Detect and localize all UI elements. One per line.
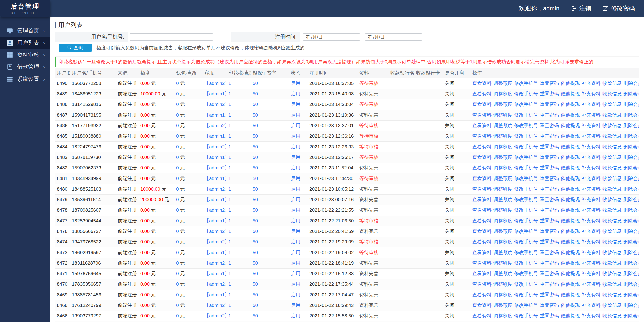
action-link[interactable]: 补充资料 (582, 303, 601, 308)
cell-service[interactable]: 【admin2】 (202, 184, 226, 194)
cell-status[interactable]: 启用 (289, 290, 307, 300)
cell-status[interactable]: 启用 (289, 279, 307, 290)
cell-service[interactable]: 【admin1】 (202, 173, 226, 184)
cell-stamp-tax[interactable]: 1 (226, 279, 251, 290)
action-link[interactable]: 收款信息 (602, 186, 622, 192)
action-link[interactable]: 收款信息 (602, 292, 622, 297)
cell-status[interactable]: 启用 (289, 110, 307, 120)
action-link[interactable]: 收款信息 (602, 303, 622, 308)
action-link[interactable]: 补充资料 (582, 197, 601, 202)
cell-wallet[interactable]: 0 元 (174, 216, 202, 226)
cell-wallet[interactable]: 0 元 (174, 131, 202, 141)
action-link[interactable]: 查看资料 (472, 186, 492, 192)
action-link[interactable]: 补充资料 (582, 250, 601, 255)
action-link[interactable]: 删除会员 (623, 239, 639, 244)
cell-service[interactable]: 【admin2】 (202, 258, 226, 268)
action-link[interactable]: 重置密码 (540, 155, 559, 160)
action-link[interactable]: 重置密码 (540, 102, 559, 107)
action-link[interactable]: 重置密码 (540, 81, 559, 86)
action-link[interactable]: 补充资料 (582, 144, 601, 149)
cell-rate[interactable]: 50 (251, 99, 289, 110)
action-link[interactable]: 删除会员 (623, 250, 639, 255)
cell-rate[interactable]: 50 (251, 311, 289, 321)
action-link[interactable]: 重置密码 (540, 229, 559, 234)
sidebar-item-review[interactable]: 资料审核 › (0, 49, 50, 61)
action-link[interactable]: 补充资料 (582, 281, 601, 287)
action-link[interactable]: 重置密码 (540, 112, 559, 118)
action-link[interactable]: 查看资料 (472, 176, 492, 181)
cell-wallet[interactable]: 0 元 (174, 99, 202, 110)
action-link[interactable]: 催他提现 (561, 186, 580, 192)
action-link[interactable]: 补充资料 (582, 165, 601, 170)
cell-rate[interactable]: 50 (251, 237, 289, 247)
cell-stamp-tax[interactable]: 1 (226, 78, 251, 89)
action-link[interactable]: 收款信息 (602, 165, 622, 170)
cell-service[interactable]: 【admin1】 (202, 152, 226, 163)
action-link[interactable]: 修改手机号 (514, 123, 538, 128)
cell-rate[interactable]: 50 (251, 120, 289, 131)
action-link[interactable]: 重置密码 (540, 250, 559, 255)
action-link[interactable]: 催他提现 (561, 81, 580, 86)
action-link[interactable]: 删除会员 (623, 218, 639, 223)
action-link[interactable]: 催他提现 (561, 303, 580, 308)
cell-stamp-tax[interactable]: 1 (226, 131, 251, 141)
cell-rate[interactable]: 50 (251, 205, 289, 216)
action-link[interactable]: 重置密码 (540, 260, 559, 266)
action-link[interactable]: 重置密码 (540, 91, 559, 96)
sidebar-item-dashboard[interactable]: 管理首页 › (0, 25, 50, 37)
action-link[interactable]: 修改手机号 (514, 133, 538, 139)
action-link[interactable]: 补充资料 (582, 123, 601, 128)
cell-rate[interactable]: 50 (251, 152, 289, 163)
action-link[interactable]: 修改手机号 (514, 250, 538, 255)
action-link[interactable]: 调整额度 (493, 102, 512, 107)
cell-service[interactable]: 【admin1】 (202, 290, 226, 300)
action-link[interactable]: 调整额度 (493, 144, 512, 149)
action-link[interactable]: 收款信息 (602, 133, 622, 139)
action-link[interactable]: 调整额度 (493, 218, 512, 223)
action-link[interactable]: 修改手机号 (514, 197, 538, 202)
cell-stamp-tax[interactable]: 1 (226, 258, 251, 268)
action-link[interactable]: 修改手机号 (514, 218, 538, 223)
cell-rate[interactable]: 50 (251, 131, 289, 141)
action-link[interactable]: 调整额度 (493, 81, 512, 86)
cell-wallet[interactable]: 0 元 (174, 152, 202, 163)
action-link[interactable]: 调整额度 (493, 292, 512, 297)
action-link[interactable]: 补充资料 (582, 155, 601, 160)
action-link[interactable]: 调整额度 (493, 250, 512, 255)
cell-wallet[interactable]: 0 元 (174, 120, 202, 131)
action-link[interactable]: 补充资料 (582, 271, 601, 276)
cell-rate[interactable]: 50 (251, 279, 289, 290)
action-link[interactable]: 收款信息 (602, 260, 622, 266)
cell-service[interactable]: 【admin2】 (202, 237, 226, 247)
action-link[interactable]: 删除会员 (623, 123, 639, 128)
action-link[interactable]: 删除会员 (623, 176, 639, 181)
cell-wallet[interactable]: 0 元 (174, 78, 202, 89)
action-link[interactable]: 修改手机号 (514, 165, 538, 170)
action-link[interactable]: 查看资料 (472, 133, 492, 139)
action-link[interactable]: 催他提现 (561, 281, 580, 287)
action-link[interactable]: 查看资料 (472, 91, 492, 96)
action-link[interactable]: 收款信息 (602, 112, 622, 118)
action-link[interactable]: 催他提现 (561, 102, 580, 107)
cell-rate[interactable]: 50 (251, 163, 289, 173)
action-link[interactable]: 收款信息 (602, 281, 622, 287)
action-link[interactable]: 催他提现 (561, 250, 580, 255)
cell-rate[interactable]: 50 (251, 247, 289, 258)
action-link[interactable]: 收款信息 (602, 229, 622, 234)
action-link[interactable]: 修改手机号 (514, 186, 538, 192)
action-link[interactable]: 查看资料 (472, 102, 492, 107)
cell-stamp-tax[interactable]: 1 (226, 163, 251, 173)
action-link[interactable]: 补充资料 (582, 218, 601, 223)
cell-status[interactable]: 启用 (289, 258, 307, 268)
action-link[interactable]: 收款信息 (602, 197, 622, 202)
cell-status[interactable]: 启用 (289, 311, 307, 321)
cell-status[interactable]: 启用 (289, 237, 307, 247)
action-link[interactable]: 修改手机号 (514, 281, 538, 287)
cell-status[interactable]: 启用 (289, 184, 307, 194)
action-link[interactable]: 修改手机号 (514, 313, 538, 318)
cell-wallet[interactable]: 0 元 (174, 173, 202, 184)
cell-service[interactable]: 【admin2】 (202, 141, 226, 152)
cell-service[interactable]: 【admin1】 (202, 194, 226, 205)
cell-wallet[interactable]: 0 元 (174, 194, 202, 205)
action-link[interactable]: 修改手机号 (514, 303, 538, 308)
